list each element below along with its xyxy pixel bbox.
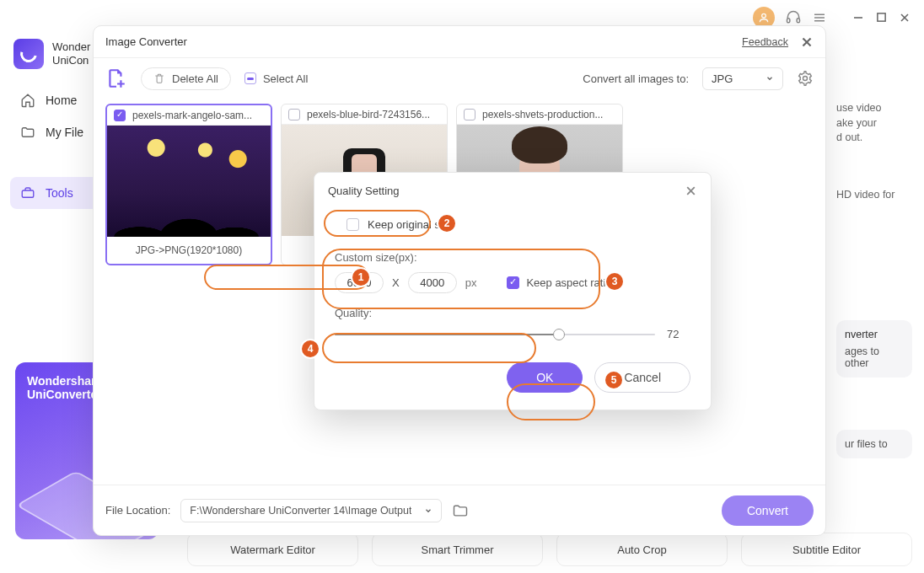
unit-label: px [465,276,477,289]
window-controls [852,12,911,24]
dimension-separator: X [392,276,400,289]
hamburger-icon[interactable] [812,10,827,25]
bg-card-converter: nverter ages to other [836,320,912,378]
feedback-link[interactable]: Feedback [742,36,788,48]
open-folder-icon[interactable] [452,502,469,519]
keep-aspect-label: Keep aspect ratio [526,276,611,289]
image-card-1[interactable]: pexels-mark-angelo-sam... JPG->PNG(1920*… [105,104,272,265]
select-all-label: Select All [263,72,308,85]
tool-strip: Watermark Editor Smart Trimmer Auto Crop… [187,533,912,566]
card-filename: pexels-blue-bird-7243156... [307,109,430,120]
quality-title: Quality Setting [328,185,400,197]
format-value: JPG [712,72,733,85]
svg-point-0 [762,13,766,18]
tool-subtitle[interactable]: Subtitle Editor [741,533,912,566]
close-icon[interactable] [800,35,814,49]
custom-size-label: Custom size(px): [335,251,690,264]
card-caption: JPG->PNG(1920*1080) [107,237,271,264]
custom-size-row: X px Keep aspect ratio [335,272,690,293]
user-icon [758,12,770,24]
chevron-down-icon [766,74,774,83]
toolbox-icon [20,185,35,201]
slider-knob[interactable] [553,329,565,340]
close-icon[interactable] [685,185,697,197]
svg-rect-2 [797,19,799,23]
width-input[interactable] [335,272,384,293]
tool-autocrop[interactable]: Auto Crop [556,533,728,566]
delete-all-button[interactable]: Delete All [141,67,231,90]
nav-label-home: Home [46,94,77,107]
settings-icon[interactable] [797,70,814,87]
select-all-checkbox[interactable]: Select All [244,72,308,85]
card-filename: pexels-mark-angelo-sam... [132,110,252,121]
converter-toolbar: Delete All Select All Convert all images… [94,58,825,99]
checkbox-indeterminate-icon [244,72,256,84]
keep-original-checkbox[interactable]: Keep original size [335,212,466,238]
convert-button[interactable]: Convert [722,495,814,526]
file-location-label: File Location: [105,504,170,517]
file-location-select[interactable]: F:\Wondershare UniConverter 14\Image Out… [180,499,442,522]
dialog-title: Image Converter [105,35,187,48]
card-checkbox[interactable] [464,109,475,120]
maximize-button[interactable] [876,12,887,24]
brand-text: Wonder UniCon [52,40,90,68]
card-checkbox[interactable] [288,109,300,120]
quality-label: Quality: [335,307,690,319]
nav-label-tools: Tools [46,186,73,200]
brand-icon [13,39,44,69]
quality-setting-dialog: Quality Setting Keep original size Custo… [314,172,712,410]
quality-value: 72 [667,328,690,340]
checkbox-icon [507,276,519,289]
svg-rect-1 [787,19,790,23]
card-checkbox[interactable] [114,110,126,121]
checkbox-icon [346,218,359,231]
home-icon [20,93,35,108]
converter-footer: File Location: F:\Wondershare UniConvert… [94,485,825,535]
convert-all-label: Convert all images to: [583,72,689,85]
ok-button[interactable]: OK [507,362,583,393]
cancel-button[interactable]: Cancel [594,362,690,393]
keep-aspect-checkbox[interactable]: Keep aspect ratio [507,276,611,289]
keep-original-label: Keep original size [368,218,454,231]
delete-all-label: Delete All [172,72,218,85]
brand-line1: Wonder [52,40,90,54]
svg-rect-7 [878,13,885,21]
quality-slider[interactable] [335,334,655,335]
chevron-down-icon [424,506,432,515]
brand-line2: UniCon [52,54,90,67]
svg-rect-10 [22,190,34,197]
height-input[interactable] [408,272,457,293]
minimize-button[interactable] [852,12,864,24]
output-format-select[interactable]: JPG [702,67,783,90]
background-text: use videoake yourd out. HD video for [836,101,912,244]
nav-label-files: My File [46,126,83,139]
thumbnail [107,126,271,237]
tool-trimmer[interactable]: Smart Trimmer [372,533,543,566]
add-file-icon[interactable] [105,67,127,89]
headset-icon[interactable] [785,9,802,26]
folder-icon [20,125,35,140]
tool-watermark[interactable]: Watermark Editor [187,533,358,566]
trash-icon [153,72,165,84]
bg-card-files: ur files to [836,430,912,458]
close-button[interactable] [899,12,911,24]
card-filename: pexels-shvets-production... [482,109,603,120]
svg-point-13 [803,77,808,81]
file-location-path: F:\Wondershare UniConverter 14\Image Out… [190,505,411,517]
